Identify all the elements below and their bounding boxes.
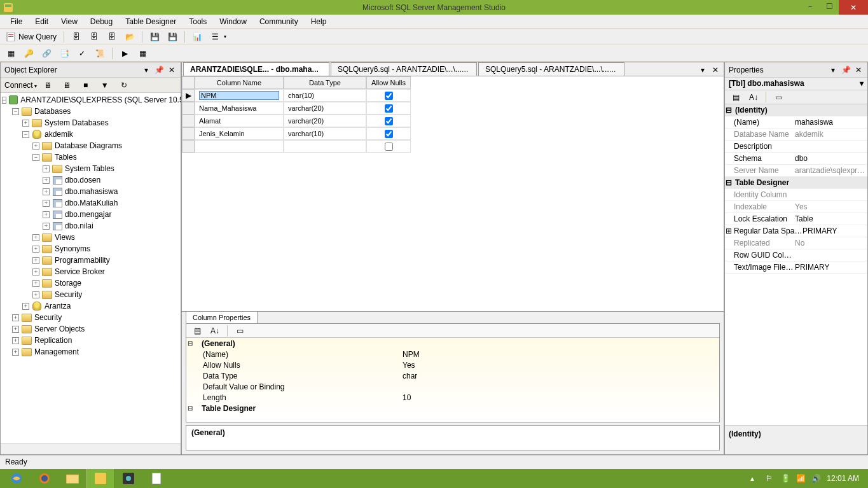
expand-icon[interactable]: + — [32, 257, 39, 264]
taskbar-ie[interactable] — [3, 469, 31, 488]
categorize-button[interactable]: ▤ — [189, 324, 205, 338]
tree-servicebroker[interactable]: Service Broker — [55, 267, 105, 276]
collapse-icon[interactable]: − — [2, 97, 6, 104]
tray-network-icon[interactable]: 📶 — [796, 474, 805, 483]
alphabetize-button[interactable]: A↓ — [745, 90, 762, 104]
oe-btn1[interactable]: 🖥 — [39, 78, 56, 92]
column-name-input[interactable] — [199, 91, 279, 100]
collapse-icon[interactable]: − — [32, 154, 39, 161]
allow-nulls-checkbox[interactable] — [385, 117, 393, 125]
tb2-btn4[interactable]: 📑 — [56, 46, 72, 60]
prop-length-value[interactable]: 10 — [403, 393, 719, 402]
category-identity[interactable]: (Identity) — [733, 106, 803, 115]
allow-nulls-cell[interactable] — [366, 102, 411, 115]
expand-icon[interactable]: + — [32, 234, 39, 241]
expand-icon[interactable]: + — [43, 177, 50, 184]
tray-clock[interactable]: 12:01 AM — [827, 474, 859, 483]
prop-regdataspace-label[interactable]: Regular Data Space — [733, 227, 803, 235]
prop-schema-value[interactable]: dbo — [795, 154, 867, 163]
expand-icon[interactable]: + — [22, 303, 29, 310]
toolbar-btn-db[interactable]: 🗄 — [68, 30, 85, 44]
new-query-button[interactable]: New Query — [3, 30, 60, 44]
expand-icon[interactable]: + — [12, 314, 19, 321]
row-selector[interactable] — [182, 140, 195, 153]
toolbar-btn-saveall[interactable]: 💾 — [164, 30, 181, 44]
allow-nulls-checkbox[interactable] — [385, 104, 393, 113]
column-name-cell[interactable] — [195, 89, 284, 102]
oe-btn2[interactable]: 🖥 — [59, 78, 75, 92]
expand-icon[interactable]: + — [43, 211, 50, 218]
taskbar-explorer[interactable] — [59, 469, 86, 488]
properties-grid[interactable]: ⊟(Identity) (Name)mahasiswa Database Nam… — [725, 104, 867, 425]
tree-akdemik[interactable]: akdemik — [45, 130, 73, 139]
menu-tools[interactable]: Tools — [183, 15, 213, 28]
prop-name-value[interactable]: NPM — [403, 350, 719, 359]
tree-serverobjects[interactable]: Server Objects — [34, 324, 85, 333]
dropdown-button[interactable]: ▾ — [141, 65, 151, 75]
expand-icon[interactable]: + — [12, 349, 19, 356]
horizontal-scrollbar[interactable] — [1, 443, 181, 454]
toolbar-btn-db2[interactable]: 🗄 — [86, 30, 102, 44]
allow-nulls-cell[interactable] — [366, 140, 411, 153]
expand-icon[interactable]: + — [43, 200, 50, 207]
toolbar-btn-activity[interactable]: 📊 — [189, 30, 205, 44]
expand-icon[interactable]: + — [32, 291, 39, 298]
data-type-cell[interactable]: varchar(20) — [284, 115, 366, 127]
toolbar-btn-save[interactable]: 💾 — [146, 30, 163, 44]
allow-nulls-cell[interactable] — [366, 89, 411, 102]
expand-icon[interactable]: + — [32, 268, 39, 275]
tree-table-nilai[interactable]: dbo.nilai — [65, 221, 93, 230]
maximize-button[interactable]: ☐ — [820, 0, 839, 13]
data-type-cell[interactable]: char(10) — [284, 89, 366, 102]
prop-allownulls-value[interactable]: Yes — [403, 361, 719, 370]
pin-button[interactable]: 📌 — [841, 65, 851, 75]
column-properties-grid[interactable]: (General) (Name)NPM Allow NullsYes Data … — [186, 338, 719, 422]
tree-synonyms[interactable]: Synonyms — [55, 244, 90, 253]
prop-regdataspace-value[interactable]: PRIMARY — [803, 227, 867, 235]
row-selector[interactable] — [182, 115, 195, 127]
expand-icon[interactable]: + — [12, 337, 19, 344]
tb2-btn5[interactable]: ✓ — [74, 46, 90, 60]
tb2-btn1[interactable]: ▦ — [3, 46, 19, 60]
prop-name-value[interactable]: mahasiswa — [795, 118, 867, 127]
collapse-icon[interactable]: − — [22, 131, 29, 138]
tb2-btn2[interactable]: 🔑 — [20, 46, 37, 60]
expand-icon[interactable]: + — [22, 120, 29, 127]
row-selector[interactable] — [182, 127, 195, 140]
toolbar-btn-db3[interactable]: 🗄 — [104, 30, 120, 44]
tree-storage[interactable]: Storage — [55, 279, 81, 288]
close-panel-button[interactable]: ✕ — [167, 65, 177, 75]
expand-icon[interactable]: + — [43, 188, 50, 195]
expand-icon[interactable]: + — [32, 280, 39, 287]
tree-table-mengajar[interactable]: dbo.mengajar — [65, 210, 111, 219]
prop-pages-button[interactable]: ▭ — [231, 324, 248, 338]
menu-debug[interactable]: Debug — [84, 15, 119, 28]
tray-flag-icon[interactable]: 🏳 — [766, 474, 775, 483]
tree-systables[interactable]: System Tables — [65, 164, 114, 173]
taskbar-ssms[interactable] — [86, 469, 114, 488]
table-designer-grid[interactable]: Column Name Data Type Allow Nulls ▶ char… — [182, 76, 724, 311]
connect-button[interactable]: Connect▾ — [4, 81, 37, 90]
tab-query6[interactable]: SQLQuery6.sql - ARANTZADIE\...\...8))*× — [331, 62, 477, 76]
close-doc-button[interactable]: ✕ — [712, 66, 721, 74]
tb2-btn8[interactable]: ▦ — [134, 46, 151, 60]
expand-icon[interactable]: + — [32, 246, 39, 253]
data-type-cell[interactable]: varchar(20) — [284, 102, 366, 115]
tab-designer[interactable]: ARANTZADIE\SQLE... - dbo.mahasiswa — [183, 62, 329, 76]
prop-lockesc-value[interactable]: Table — [795, 214, 867, 223]
tree-security-db[interactable]: Security — [55, 290, 82, 299]
allow-nulls-cell[interactable] — [366, 127, 411, 140]
allow-nulls-checkbox[interactable] — [385, 92, 393, 100]
tree-databases[interactable]: Databases — [34, 107, 71, 116]
allow-nulls-cell[interactable] — [366, 115, 411, 127]
menu-file[interactable]: File — [4, 15, 29, 28]
categorize-button[interactable]: ▤ — [727, 90, 744, 104]
collapse-icon[interactable]: − — [12, 108, 19, 115]
toolbar-btn-list[interactable]: ☰▾ — [207, 30, 230, 44]
column-name-cell[interactable] — [195, 140, 284, 153]
tb2-btn6[interactable]: 📜 — [92, 46, 108, 60]
taskbar-firefox[interactable] — [31, 469, 59, 488]
prop-textimage-value[interactable]: PRIMARY — [795, 263, 867, 272]
oe-btn4[interactable]: ▼ — [97, 78, 113, 92]
prop-pages-button[interactable]: ▭ — [770, 90, 787, 104]
